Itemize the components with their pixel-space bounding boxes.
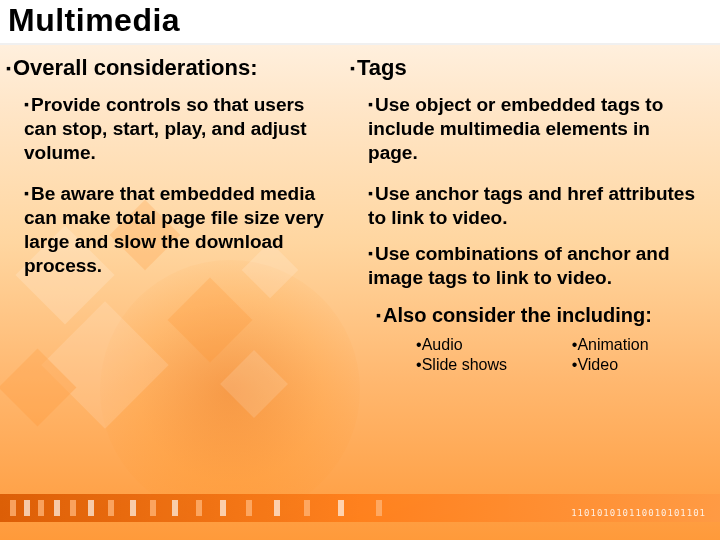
right-bullet-group: Use combinations of anchor and image tag… (350, 242, 702, 290)
small-list-item: Audio (416, 336, 566, 354)
right-bullet: Use combinations of anchor and image tag… (368, 242, 702, 290)
right-bullet-group: Use object or embedded tags to include m… (350, 93, 702, 164)
title-bar: Multimedia (0, 0, 720, 45)
left-heading: Overall considerations: (6, 55, 330, 81)
slide-title: Multimedia (8, 2, 712, 39)
content-area: Overall considerations: Provide controls… (0, 45, 720, 374)
right-bullet: Use object or embedded tags to include m… (368, 93, 702, 164)
slide: Multimedia Overall considerations: Provi… (0, 0, 720, 540)
right-bullet: Use anchor tags and href attributes to l… (368, 182, 702, 230)
left-column: Overall considerations: Provide controls… (6, 55, 340, 374)
left-bullet-group: Provide controls so that users can stop,… (6, 93, 330, 164)
left-bullet: Provide controls so that users can stop,… (24, 93, 330, 164)
small-list: Audio Animation Slide shows Video (376, 336, 702, 374)
decor-digits: 110101010110010101101 (571, 508, 706, 518)
right-heading: Tags (350, 55, 702, 81)
left-bullet: Be aware that embedded media can make to… (24, 182, 330, 277)
small-list-item: Animation (572, 336, 702, 354)
small-list-item: Slide shows (416, 356, 566, 374)
also-consider-section: Also consider the including: Audio Anima… (350, 303, 702, 374)
right-column: Tags Use object or embedded tags to incl… (340, 55, 702, 374)
also-heading: Also consider the including: (376, 303, 702, 328)
right-bullet-group: Use anchor tags and href attributes to l… (350, 182, 702, 230)
small-list-item: Video (572, 356, 702, 374)
left-bullet-group: Be aware that embedded media can make to… (6, 182, 330, 277)
